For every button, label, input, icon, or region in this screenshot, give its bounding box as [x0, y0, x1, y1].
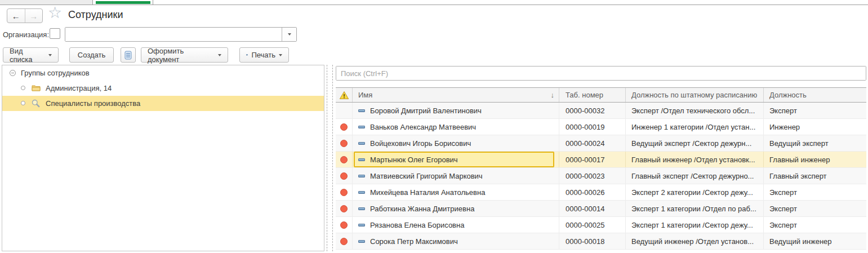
table-row[interactable]: Рязанова Елена Борисовна0000-00025Экспер… [336, 217, 866, 233]
collapse-icon[interactable] [10, 70, 16, 76]
status-dot-icon [340, 221, 348, 229]
search-input[interactable] [336, 66, 866, 80]
table-body: Боровой Дмитрий Валентинович0000-00032Эк… [336, 103, 866, 250]
employee-dash-icon [358, 191, 365, 194]
name-cell[interactable]: Войцехович Игорь Борисович [353, 135, 559, 151]
staff-position-cell[interactable]: Главный эксперт /Сектор дежурно... [626, 168, 764, 184]
position-cell[interactable]: Главный эксперт [764, 168, 866, 184]
status-cell[interactable] [336, 168, 353, 184]
column-label: Таб. номер [566, 91, 603, 99]
search-box [336, 66, 866, 81]
status-dot-icon [340, 140, 348, 147]
magnifier-icon [32, 99, 40, 108]
status-cell[interactable] [336, 233, 353, 249]
status-cell[interactable] [336, 103, 353, 118]
status-dot-icon [340, 172, 348, 180]
organization-checkbox[interactable] [50, 28, 60, 39]
panel-splitter[interactable] [327, 65, 333, 251]
staff-position-cell[interactable]: Эксперт 1 категории /Сектор дежу... [626, 217, 764, 233]
status-cell[interactable] [336, 184, 353, 200]
favorite-star-icon[interactable]: ☆ [48, 5, 62, 21]
back-arrow-icon: ← [12, 11, 20, 21]
table-row[interactable]: Матвиевский Григорий Маркович0000-00023Г… [336, 168, 866, 184]
table-row[interactable]: Войцехович Игорь Борисович0000-00024Веду… [336, 135, 866, 152]
tab-number-column-header[interactable]: Таб. номер [559, 88, 626, 102]
status-dot-icon [340, 238, 348, 245]
name-cell[interactable]: Рязанова Елена Борисовна [353, 217, 559, 233]
list-settings-button[interactable] [121, 47, 136, 63]
staff-position-cell[interactable]: Ведущий инженер /Отдел установ... [626, 233, 764, 249]
table-row[interactable]: Ваньков Александр Матвеевич0000-00019Инж… [336, 119, 866, 135]
status-cell[interactable] [336, 217, 353, 233]
tab-number-cell[interactable]: 0000-00018 [559, 233, 626, 249]
position-cell[interactable]: Ведущий инженер [764, 233, 866, 249]
tab-number-cell[interactable]: 0000-00014 [559, 201, 626, 216]
name-cell[interactable]: Михейцева Наталия Анатольевна [353, 184, 559, 200]
tree-item-administration[interactable]: Администрация, 14 [2, 81, 324, 96]
staff-position-column-header[interactable]: Должность по штатному расписанию [626, 88, 764, 102]
table-row[interactable]: Сорока Петр Максимович0000-00018Ведущий … [336, 233, 866, 250]
staff-position-cell[interactable]: Эксперт 1 категории /Отдел по раб... [626, 201, 764, 216]
status-cell[interactable] [336, 201, 353, 216]
status-column-header[interactable] [336, 88, 353, 102]
employee-dash-icon [358, 126, 365, 128]
staff-position-cell[interactable]: Инженер 1 категории /Отдел устан... [626, 119, 764, 135]
view-list-button[interactable]: Вид списка [3, 47, 59, 63]
position-cell[interactable]: Эксперт [764, 217, 866, 233]
tab-number-cell[interactable]: 0000-00025 [559, 217, 626, 233]
table-row[interactable]: Работкина Жанна Дмитриевна0000-00014Эксп… [336, 201, 866, 217]
name-cell[interactable]: Работкина Жанна Дмитриевна [353, 201, 559, 216]
employee-name: Михейцева Наталия Анатольевна [370, 188, 485, 197]
position-cell[interactable]: Эксперт [764, 184, 866, 200]
table-row[interactable]: Мартынюк Олег Егорович0000-00017Главный … [336, 152, 866, 168]
forward-button[interactable]: → [25, 9, 43, 23]
position-cell[interactable]: Главный инженер [764, 152, 866, 167]
create-button[interactable]: Создать [69, 47, 114, 63]
employee-name: Рязанова Елена Борисовна [370, 221, 464, 229]
name-cell[interactable]: Ваньков Александр Матвеевич [353, 119, 559, 135]
column-label: Имя [358, 91, 372, 99]
tree-root-row[interactable]: Группы сотрудников [2, 65, 324, 81]
tab-number-cell[interactable]: 0000-00023 [559, 168, 626, 184]
table-row[interactable]: Боровой Дмитрий Валентинович0000-00032Эк… [336, 103, 866, 119]
position-cell[interactable]: Ведущий эксперт [764, 135, 866, 151]
staff-position-cell[interactable]: Главный инженер /Отдел установк... [626, 152, 764, 167]
name-cell-content: Матвиевский Григорий Маркович [358, 168, 559, 184]
name-cell-content: Сорока Петр Максимович [358, 233, 559, 249]
tree-item-label: Специалисты производства [46, 99, 140, 108]
status-cell[interactable] [336, 152, 353, 167]
position-column-header[interactable]: Должность [764, 88, 866, 102]
staff-position-cell[interactable]: Ведущий эксперт /Сектор дежурн... [626, 135, 764, 151]
status-cell[interactable] [336, 135, 353, 151]
position-cell[interactable]: Эксперт [764, 103, 866, 118]
organization-input[interactable] [65, 28, 282, 41]
status-cell[interactable] [336, 119, 353, 135]
column-label: Должность [769, 91, 807, 99]
staff-position-cell[interactable]: Эксперт /Отдел технического обсл... [626, 103, 764, 118]
name-cell[interactable]: Боровой Дмитрий Валентинович [353, 103, 559, 118]
tree-item-production-specialists[interactable]: Специалисты производства [2, 96, 324, 111]
tab-number-cell[interactable]: 0000-00026 [559, 184, 626, 200]
active-tab[interactable] [93, 0, 153, 5]
position-cell[interactable]: Эксперт [764, 201, 866, 216]
name-cell[interactable]: Сорока Петр Максимович [353, 233, 559, 249]
organization-dropdown-button[interactable] [282, 28, 296, 41]
name-column-header[interactable]: Имя ↓ [353, 88, 559, 102]
employees-table: Имя ↓ Таб. номер Должность по штатному р… [336, 87, 866, 250]
back-button[interactable]: ← [7, 9, 25, 23]
tab-number-cell[interactable]: 0000-00024 [559, 135, 626, 151]
employee-dash-icon [358, 240, 365, 243]
name-cell[interactable]: Матвиевский Григорий Маркович [353, 168, 559, 184]
tab-number-cell[interactable]: 0000-00017 [559, 152, 626, 167]
organization-label: Организация: [3, 30, 49, 39]
status-dot-icon [340, 156, 348, 163]
issue-document-button[interactable]: Оформить документ [141, 47, 228, 63]
table-row[interactable]: Михейцева Наталия Анатольевна0000-00026Э… [336, 184, 866, 201]
name-cell-content: Войцехович Игорь Борисович [358, 135, 559, 151]
tab-number-cell[interactable]: 0000-00032 [559, 103, 626, 118]
position-cell[interactable]: Инженер [764, 119, 866, 135]
name-cell[interactable]: Мартынюк Олег Егорович [353, 152, 559, 167]
staff-position-cell[interactable]: Эксперт 2 категории /Сектор дежу... [626, 184, 764, 200]
print-button[interactable]: Печать [239, 47, 289, 63]
tab-number-cell[interactable]: 0000-00019 [559, 119, 626, 135]
